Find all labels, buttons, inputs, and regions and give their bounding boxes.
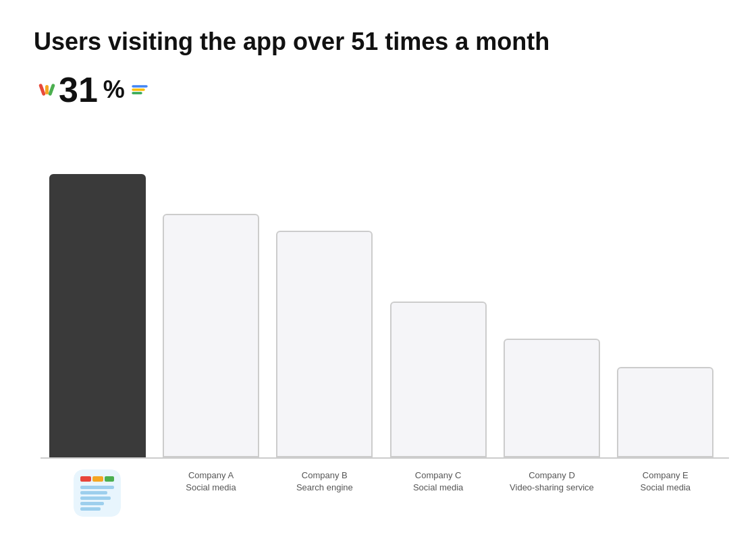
label-company-name-company-a: Company A — [188, 469, 234, 482]
label-group-main-app — [40, 469, 154, 521]
bar-group-company-d — [495, 339, 608, 457]
label-company-type-company-c: Social media — [413, 482, 463, 494]
svg-rect-9 — [80, 496, 111, 500]
bar-company-d[interactable] — [504, 339, 600, 457]
edit-icon[interactable] — [130, 82, 149, 97]
svg-rect-4 — [80, 476, 91, 482]
chart-area: Company ASocial mediaCompany BSearch eng… — [34, 118, 722, 521]
bar-group-company-a — [154, 214, 267, 457]
label-company-type-company-b: Search engine — [296, 482, 353, 494]
labels-row: Company ASocial mediaCompany BSearch eng… — [34, 469, 722, 521]
bar-group-main-app — [40, 174, 154, 457]
label-company-type-company-e: Social media — [641, 482, 691, 494]
label-company-name-company-e: Company E — [643, 469, 688, 482]
label-group-company-b: Company BSearch engine — [268, 469, 381, 494]
label-group-company-d: Company DVideo-sharing service — [495, 469, 608, 494]
svg-rect-10 — [80, 502, 104, 505]
bar-company-e[interactable] — [617, 367, 713, 457]
bar-group-company-c — [381, 302, 495, 457]
label-company-name-company-d: Company D — [529, 469, 575, 482]
bar-company-b[interactable] — [276, 231, 373, 457]
bar-company-c[interactable] — [390, 302, 487, 457]
metric-value: 31 — [59, 72, 98, 107]
page-title: Users visiting the app over 51 times a m… — [34, 27, 722, 56]
bars-container — [34, 118, 722, 457]
svg-rect-6 — [105, 476, 114, 482]
svg-rect-8 — [80, 491, 107, 494]
svg-rect-11 — [80, 507, 101, 511]
bar-company-a[interactable] — [163, 214, 259, 457]
label-group-company-c: Company CSocial media — [381, 469, 495, 494]
bar-group-company-b — [268, 231, 381, 457]
svg-rect-7 — [80, 486, 114, 489]
bar-group-company-e — [609, 367, 722, 457]
label-company-name-company-b: Company B — [302, 469, 348, 482]
label-company-type-company-a: Social media — [186, 482, 236, 494]
baseline — [40, 457, 729, 459]
label-company-name-company-c: Company C — [415, 469, 462, 482]
metric-row: 31 % — [40, 72, 722, 107]
spinner-left-icon — [40, 84, 53, 96]
label-company-type-company-d: Video-sharing service — [510, 482, 594, 494]
svg-rect-5 — [92, 476, 103, 482]
app-icon — [74, 469, 121, 517]
label-group-company-e: Company ESocial media — [609, 469, 722, 494]
metric-unit: % — [103, 76, 125, 104]
bar-main-app[interactable] — [49, 174, 146, 457]
label-group-company-a: Company ASocial media — [154, 469, 267, 494]
